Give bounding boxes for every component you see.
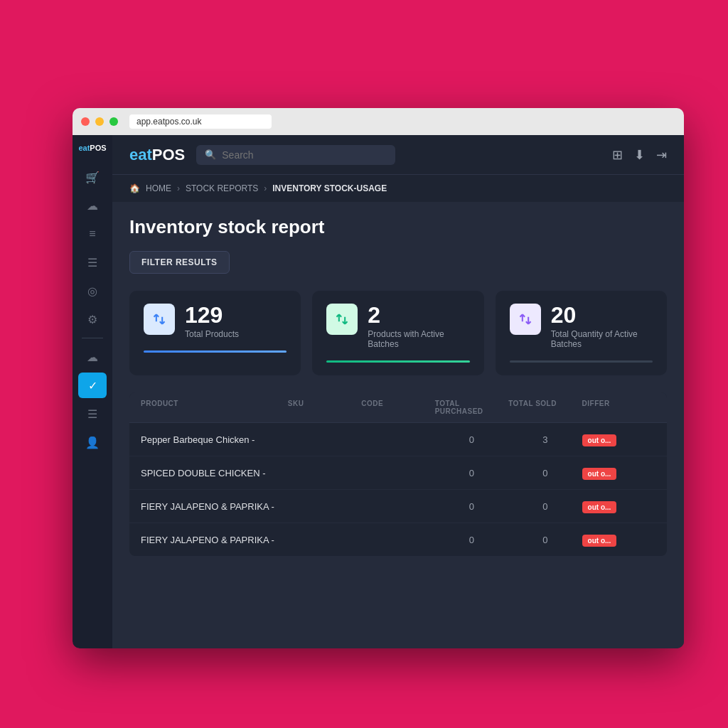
stat-icon-quantity bbox=[510, 304, 541, 335]
td-status-0: out o... bbox=[582, 433, 655, 446]
stat-card-quantity: 20 Total Quantity of Active Batches bbox=[496, 291, 667, 375]
sidebar-item-cloud[interactable]: ☁ bbox=[78, 193, 107, 218]
th-total-purchased: TOTAL PURCHASED bbox=[435, 400, 508, 415]
sidebar-item-check[interactable]: ✓ bbox=[78, 373, 107, 398]
breadcrumb: 🏠 HOME › STOCK REPORTS › INVENTORY STOCK… bbox=[112, 175, 684, 202]
td-product-2: FIERY JALAPENO & PAPRIKA - bbox=[141, 501, 288, 512]
table-header: PRODUCT SKU CODE TOTAL PURCHASED TOTAL S… bbox=[129, 392, 667, 423]
url-bar[interactable]: app.eatpos.co.uk bbox=[129, 114, 272, 129]
home-icon: 🏠 bbox=[129, 183, 140, 193]
sidebar-item-circle[interactable]: ◎ bbox=[78, 278, 107, 304]
stat-bar-batches bbox=[326, 360, 469, 363]
td-sold-1: 0 bbox=[508, 468, 582, 478]
download-icon[interactable]: ⬇ bbox=[634, 147, 645, 163]
sidebar-item-menu[interactable]: ≡ bbox=[78, 221, 107, 247]
table-row: Pepper Barbeque Chicken - 0 3 out o... bbox=[129, 423, 667, 456]
td-status-2: out o... bbox=[582, 500, 655, 513]
breadcrumb-home[interactable]: HOME bbox=[146, 183, 171, 193]
brand-logo: eatPOS bbox=[129, 146, 185, 164]
table-row: FIERY JALAPENO & PAPRIKA - 0 0 out o... bbox=[129, 490, 667, 523]
sidebar-item-user[interactable]: 👤 bbox=[78, 429, 107, 455]
th-code: CODE bbox=[361, 400, 434, 415]
top-nav: eatPOS 🔍 ⊞ ⬇ ⇥ bbox=[112, 135, 684, 175]
search-icon: 🔍 bbox=[205, 149, 216, 160]
stat-number-quantity: 20 bbox=[551, 304, 653, 326]
page-title: Inventory stock report bbox=[129, 216, 667, 238]
td-sold-0: 3 bbox=[508, 434, 582, 445]
sidebar-item-cart[interactable]: 🛒 bbox=[78, 164, 107, 190]
stat-number-batches: 2 bbox=[368, 304, 469, 326]
stat-card-active-batches: 2 Products with Active Batches bbox=[312, 291, 483, 375]
table-row: FIERY JALAPENO & PAPRIKA - 0 0 out o... bbox=[129, 523, 667, 556]
td-purchased-2: 0 bbox=[435, 501, 508, 512]
breadcrumb-current: INVENTORY STOCK-USAGE bbox=[272, 183, 387, 193]
maximize-button[interactable] bbox=[109, 117, 118, 126]
filter-results-button[interactable]: FILTER RESULTS bbox=[129, 251, 230, 274]
sidebar: eatPOS 🛒 ☁ ≡ ☰ ◎ ⚙ ☁ ✓ ☰ 👤 bbox=[73, 135, 112, 648]
stat-bar-products bbox=[144, 350, 287, 353]
stat-bar-quantity bbox=[510, 360, 653, 363]
breadcrumb-stock-reports[interactable]: STOCK REPORTS bbox=[186, 183, 258, 193]
td-product-3: FIERY JALAPENO & PAPRIKA - bbox=[141, 535, 288, 545]
sidebar-item-gear[interactable]: ⚙ bbox=[78, 306, 107, 332]
sidebar-item-list[interactable]: ☰ bbox=[78, 250, 107, 275]
th-sku: SKU bbox=[288, 400, 361, 415]
browser-window: app.eatpos.co.uk eatPOS 🛒 ☁ ≡ ☰ ◎ ⚙ ☁ ✓ … bbox=[73, 108, 684, 648]
table-container: PRODUCT SKU CODE TOTAL PURCHASED TOTAL S… bbox=[129, 392, 667, 556]
table-row: SPICED DOUBLE CHICKEN - 0 0 out o... bbox=[129, 456, 667, 490]
td-purchased-0: 0 bbox=[435, 434, 508, 445]
grid-icon[interactable]: ⊞ bbox=[612, 147, 623, 163]
td-purchased-3: 0 bbox=[435, 535, 508, 545]
browser-chrome: app.eatpos.co.uk bbox=[73, 108, 684, 135]
sidebar-item-cloud2[interactable]: ☁ bbox=[78, 344, 107, 370]
sidebar-logo: eatPOS bbox=[78, 144, 106, 153]
logout-icon[interactable]: ⇥ bbox=[656, 147, 667, 163]
nav-icons: ⊞ ⬇ ⇥ bbox=[612, 147, 667, 163]
sidebar-divider bbox=[82, 338, 103, 338]
th-total-sold: TOTAL SOLD bbox=[508, 400, 582, 415]
stat-number-products: 129 bbox=[185, 304, 239, 326]
td-purchased-1: 0 bbox=[435, 468, 508, 478]
stat-label-products: Total Products bbox=[185, 329, 239, 339]
td-sold-2: 0 bbox=[508, 501, 582, 512]
th-product: PRODUCT bbox=[141, 400, 288, 415]
sidebar-item-list2[interactable]: ☰ bbox=[78, 401, 107, 427]
td-status-3: out o... bbox=[582, 533, 655, 546]
app-body: eatPOS 🛒 ☁ ≡ ☰ ◎ ⚙ ☁ ✓ ☰ 👤 eatPOS 🔍 bbox=[73, 135, 684, 648]
main-content: eatPOS 🔍 ⊞ ⬇ ⇥ 🏠 HOME › STOCK REPORTS › bbox=[112, 135, 684, 648]
breadcrumb-sep1: › bbox=[177, 183, 180, 193]
th-differ: DIFFER bbox=[582, 400, 655, 415]
td-product-1: SPICED DOUBLE CHICKEN - bbox=[141, 468, 288, 478]
stat-icon-products bbox=[144, 304, 175, 335]
page-content: Inventory stock report FILTER RESULTS bbox=[112, 202, 684, 648]
stats-row: 129 Total Products bbox=[129, 291, 667, 375]
td-sold-3: 0 bbox=[508, 535, 582, 545]
close-button[interactable] bbox=[81, 117, 90, 126]
breadcrumb-sep2: › bbox=[264, 183, 267, 193]
td-status-1: out o... bbox=[582, 466, 655, 479]
stat-icon-batches bbox=[326, 304, 358, 335]
stat-label-batches: Products with Active Batches bbox=[368, 329, 469, 349]
td-product-0: Pepper Barbeque Chicken - bbox=[141, 434, 288, 445]
search-bar[interactable]: 🔍 bbox=[196, 145, 395, 165]
stat-label-quantity: Total Quantity of Active Batches bbox=[551, 329, 653, 349]
stat-card-total-products: 129 Total Products bbox=[129, 291, 301, 375]
search-input[interactable] bbox=[222, 149, 387, 161]
minimize-button[interactable] bbox=[95, 117, 104, 126]
